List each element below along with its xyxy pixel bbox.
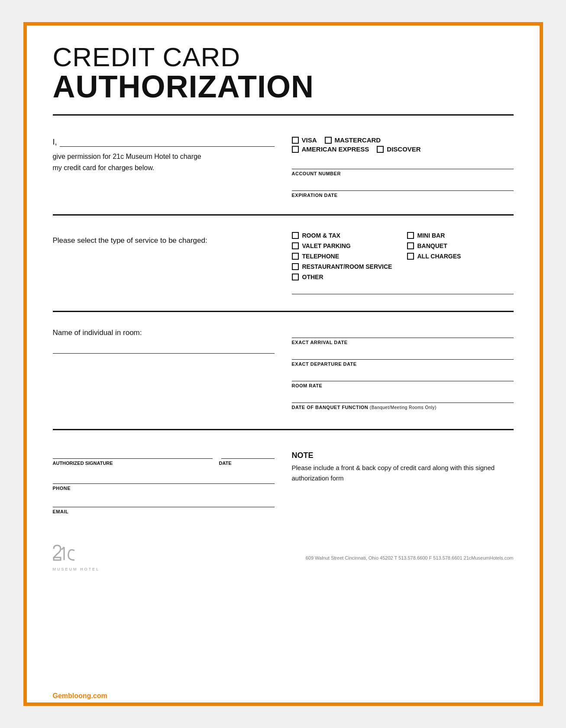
note-text: Please include a front & back copy of cr… <box>292 463 514 483</box>
amex-checkbox[interactable] <box>292 146 299 153</box>
section2-right: ROOM & TAX MINI BAR VALET PARKING BANQUE… <box>292 232 514 294</box>
telephone-label: TELEPHONE <box>302 253 340 260</box>
banquet-date-input[interactable] <box>292 393 514 403</box>
card-amex[interactable]: AMERICAN EXPRESS <box>292 145 369 153</box>
title-line1: CREDIT CARD <box>53 43 514 71</box>
footer-address: 609 Walnut Street Cincinnati, Ohio 45202… <box>306 555 514 560</box>
restaurant-checkbox[interactable] <box>292 263 299 270</box>
restaurant-label: RESTAURANT/ROOM SERVICE <box>302 263 392 270</box>
banquet-checkbox[interactable] <box>407 242 414 249</box>
card-row-1: VISA MASTERCARD <box>292 136 514 144</box>
section3-right: EXACT ARRIVAL DATE EXACT DEPARTURE DATE … <box>292 329 514 412</box>
expiration-date-label: EXPIRATION DATE <box>292 193 514 198</box>
email-input[interactable] <box>53 498 275 507</box>
card-visa[interactable]: VISA <box>292 136 317 144</box>
services-grid: ROOM & TAX MINI BAR VALET PARKING BANQUE… <box>292 232 514 280</box>
permission-text: give permission for 21c Museum Hotel to … <box>53 151 275 173</box>
section-authorization: I, give permission for 21c Museum Hotel … <box>53 123 514 206</box>
amex-label: AMERICAN EXPRESS <box>302 145 369 153</box>
service-room-tax[interactable]: ROOM & TAX <box>292 232 398 239</box>
departure-date-input[interactable] <box>292 350 514 360</box>
section4-left: AUTHORIZED SIGNATURE DATE PHONE EMAIL <box>53 448 275 514</box>
section4-right: NOTE Please include a front & back copy … <box>292 448 514 514</box>
arrival-date-label: EXACT ARRIVAL DATE <box>292 340 514 345</box>
visa-checkbox[interactable] <box>292 137 299 144</box>
room-tax-checkbox[interactable] <box>292 232 299 239</box>
service-telephone[interactable]: TELEPHONE <box>292 253 398 260</box>
all-charges-checkbox[interactable] <box>407 253 414 260</box>
other-label: OTHER <box>302 274 323 280</box>
email-label: EMAIL <box>53 509 275 514</box>
logo-text: MUSEUM HOTEL <box>53 567 100 571</box>
expiration-date-input[interactable] <box>292 181 514 191</box>
card-row-2: AMERICAN EXPRESS DISCOVER <box>292 145 514 153</box>
note-section: NOTE Please include a front & back copy … <box>292 448 514 483</box>
sig-label: AUTHORIZED SIGNATURE <box>53 461 219 466</box>
all-charges-label: ALL CHARGES <box>417 253 461 260</box>
sig-row <box>53 448 275 459</box>
name-label: Name of individual in room: <box>53 329 275 337</box>
discover-label: DISCOVER <box>387 145 420 153</box>
mini-bar-label: MINI BAR <box>417 232 445 239</box>
name-input[interactable] <box>60 136 275 147</box>
note-title: NOTE <box>292 451 514 460</box>
section-services: Please select the type of service to be … <box>53 223 514 303</box>
date-label: DATE <box>219 461 275 466</box>
footer-logo: MUSEUM HOTEL <box>53 544 100 571</box>
title-line2: AUTHORIZATION <box>53 71 514 102</box>
individual-name-input[interactable] <box>53 344 275 354</box>
form-container: CREDIT CARD AUTHORIZATION I, give permis… <box>23 22 543 706</box>
banquet-label: BANQUET <box>417 242 447 249</box>
visa-label: VISA <box>302 136 317 144</box>
service-mini-bar[interactable]: MINI BAR <box>407 232 514 239</box>
phone-input[interactable] <box>53 474 275 484</box>
service-other[interactable]: OTHER <box>292 274 514 280</box>
section-signature: AUTHORIZED SIGNATURE DATE PHONE EMAIL NO… <box>53 438 514 523</box>
departure-date-label: EXACT DEPARTURE DATE <box>292 361 514 367</box>
i-line: I, <box>53 136 275 147</box>
other-checkbox[interactable] <box>292 274 299 280</box>
i-label: I, <box>53 138 57 147</box>
room-tax-label: ROOM & TAX <box>302 232 340 239</box>
section-room-info: Name of individual in room: EXACT ARRIVA… <box>53 320 514 421</box>
footer: MUSEUM HOTEL 609 Walnut Street Cincinnat… <box>27 540 540 578</box>
section2-left: Please select the type of service to be … <box>53 232 275 294</box>
divider-2 <box>53 214 514 216</box>
room-rate-label: ROOM RATE <box>292 383 514 388</box>
banquet-date-label: DATE OF BANQUET FUNCTION (Banquet/Meetin… <box>292 405 514 410</box>
card-discover[interactable]: DISCOVER <box>377 145 420 153</box>
account-number-label: ACCOUNT NUMBER <box>292 171 514 176</box>
mastercard-checkbox[interactable] <box>325 137 332 144</box>
logo-svg <box>53 544 79 566</box>
discover-checkbox[interactable] <box>377 146 384 153</box>
phone-label: PHONE <box>53 486 275 491</box>
arrival-date-input[interactable] <box>292 329 514 338</box>
banquet-sublabel: (Banquet/Meeting Rooms Only) <box>370 405 437 410</box>
service-restaurant[interactable]: RESTAURANT/ROOM SERVICE <box>292 263 514 270</box>
service-banquet[interactable]: BANQUET <box>407 242 514 249</box>
sig-labels: AUTHORIZED SIGNATURE DATE <box>53 461 275 466</box>
mini-bar-checkbox[interactable] <box>407 232 414 239</box>
card-mastercard[interactable]: MASTERCARD <box>325 136 381 144</box>
date-input[interactable] <box>221 448 275 459</box>
service-all-charges[interactable]: ALL CHARGES <box>407 253 514 260</box>
room-rate-input[interactable] <box>292 372 514 381</box>
section3-left: Name of individual in room: <box>53 329 275 412</box>
signature-input[interactable] <box>53 448 213 459</box>
service-valet[interactable]: VALET PARKING <box>292 242 398 249</box>
watermark: Gembloong.com <box>53 692 107 700</box>
form-header: CREDIT CARD AUTHORIZATION <box>53 43 514 102</box>
services-bottom-line <box>292 285 514 294</box>
account-number-input[interactable] <box>292 160 514 169</box>
section1-right: VISA MASTERCARD AMERICAN EXPRESS <box>292 136 514 198</box>
section1-left: I, give permission for 21c Museum Hotel … <box>53 136 275 198</box>
valet-checkbox[interactable] <box>292 242 299 249</box>
valet-label: VALET PARKING <box>302 242 351 249</box>
divider-1 <box>53 114 514 116</box>
mastercard-label: MASTERCARD <box>335 136 381 144</box>
divider-4 <box>53 429 514 430</box>
divider-3 <box>53 311 514 312</box>
logo-symbol <box>53 544 79 566</box>
service-prompt: Please select the type of service to be … <box>53 232 275 245</box>
telephone-checkbox[interactable] <box>292 253 299 260</box>
